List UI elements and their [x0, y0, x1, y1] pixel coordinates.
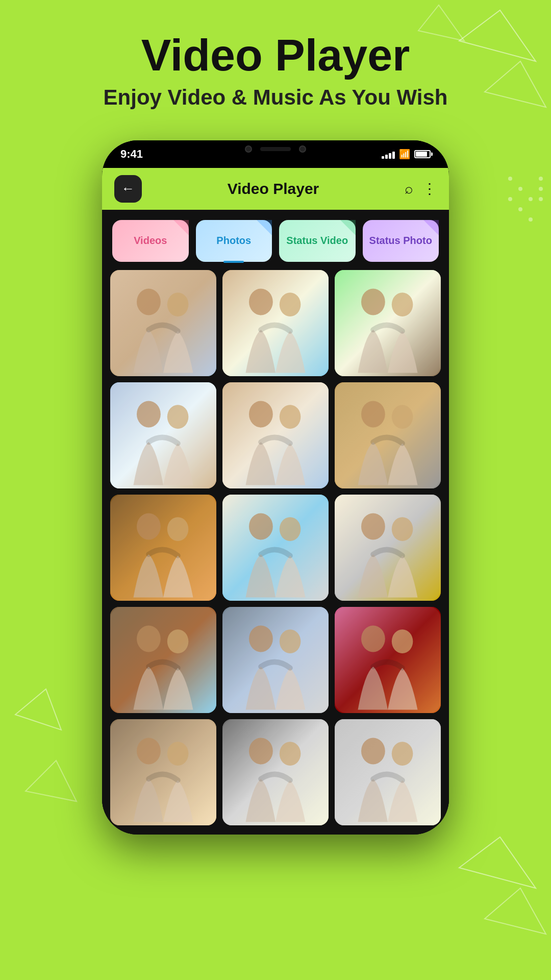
- tab-corner-status-photo: [423, 220, 439, 235]
- svg-marker-4: [485, 888, 546, 934]
- back-button[interactable]: ←: [114, 175, 142, 203]
- photo-cell[interactable]: [222, 382, 329, 488]
- photo-cell[interactable]: [110, 270, 216, 376]
- svg-rect-71: [222, 719, 329, 825]
- svg-rect-23: [222, 270, 329, 376]
- front-sensor: [299, 145, 306, 153]
- photo-cell[interactable]: [110, 607, 216, 713]
- status-icons: 📶: [382, 149, 431, 160]
- photo-cell[interactable]: [335, 719, 441, 825]
- photo-cell[interactable]: [222, 495, 329, 601]
- photo-cell[interactable]: [110, 495, 216, 601]
- signal-bar-1: [382, 156, 384, 159]
- photo-cell[interactable]: [335, 495, 441, 601]
- phone-mockup: 9:41 📶 ← Video Play: [102, 140, 449, 835]
- svg-rect-39: [335, 382, 441, 488]
- app-sub-title: Enjoy Video & Music As You Wish: [0, 85, 551, 110]
- tab-corner-photos: [257, 220, 272, 235]
- signal-bar-3: [389, 153, 391, 159]
- svg-rect-51: [335, 495, 441, 601]
- phone-speaker: [260, 147, 291, 151]
- photo-cell[interactable]: [335, 270, 441, 376]
- tab-active-indicator: [223, 261, 244, 263]
- tabs-container: Videos Photos Status Video Status Photo: [102, 210, 449, 262]
- svg-rect-35: [222, 382, 329, 488]
- more-options-icon[interactable]: ⋮: [422, 180, 437, 197]
- svg-marker-3: [459, 837, 536, 888]
- svg-rect-31: [110, 382, 216, 488]
- tab-videos[interactable]: Videos: [112, 220, 189, 262]
- app-main-title: Video Player: [0, 31, 551, 80]
- svg-rect-59: [222, 607, 329, 713]
- signal-icon: [382, 150, 395, 159]
- tab-photos-label: Photos: [216, 235, 251, 247]
- tab-status-video[interactable]: Status Video: [279, 220, 356, 262]
- app-header: ← Video Player ⌕ ⋮: [102, 168, 449, 210]
- svg-rect-43: [110, 495, 216, 601]
- photo-cell[interactable]: [222, 607, 329, 713]
- signal-bar-4: [392, 152, 395, 159]
- photo-cell[interactable]: [222, 719, 329, 825]
- tab-videos-label: Videos: [134, 235, 167, 247]
- photo-grid: [102, 262, 449, 834]
- tab-photos[interactable]: Photos: [196, 220, 272, 262]
- tab-status-photo[interactable]: Status Photo: [363, 220, 439, 262]
- svg-rect-67: [110, 719, 216, 825]
- svg-rect-27: [335, 270, 441, 376]
- photo-cell[interactable]: [110, 719, 216, 825]
- tab-corner-videos: [173, 220, 189, 235]
- status-time: 9:41: [120, 148, 143, 161]
- app-header-title: Video Player: [150, 180, 396, 198]
- photo-cell[interactable]: [335, 607, 441, 713]
- photo-cell[interactable]: [110, 382, 216, 488]
- svg-rect-63: [335, 607, 441, 713]
- battery-icon: [414, 150, 431, 158]
- header-actions: ⌕ ⋮: [405, 180, 437, 197]
- signal-bar-2: [385, 155, 388, 159]
- tab-status-video-label: Status Video: [286, 235, 348, 247]
- svg-rect-55: [110, 607, 216, 713]
- back-arrow-icon: ←: [121, 181, 135, 197]
- battery-fill: [416, 152, 427, 157]
- tab-corner-status-video: [340, 220, 356, 235]
- photo-cell[interactable]: [222, 270, 329, 376]
- phone-screen: ← Video Player ⌕ ⋮ Videos Photos: [102, 168, 449, 835]
- phone-notch: [230, 140, 321, 158]
- search-icon[interactable]: ⌕: [405, 181, 413, 197]
- wifi-icon: 📶: [399, 149, 410, 160]
- svg-rect-19: [110, 270, 216, 376]
- front-camera: [245, 145, 252, 153]
- photo-cell[interactable]: [335, 382, 441, 488]
- svg-rect-47: [222, 495, 329, 601]
- svg-rect-75: [335, 719, 441, 825]
- tab-status-photo-label: Status Photo: [369, 235, 432, 247]
